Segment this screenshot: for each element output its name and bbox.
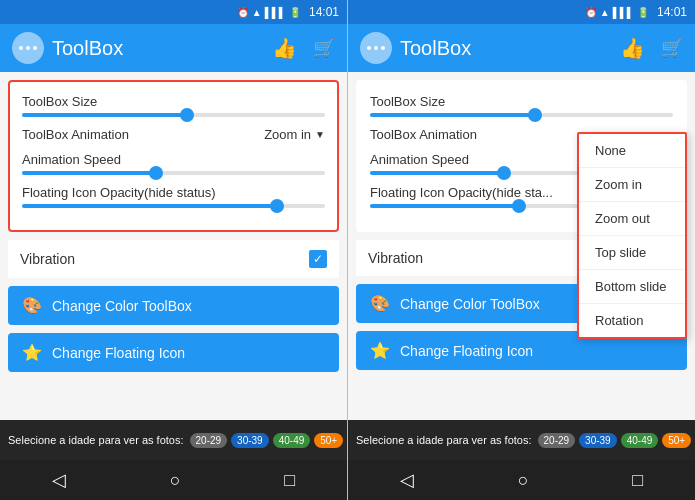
right-status-bar: ⏰ ▲ ▌▌▌ 🔋 14:01	[348, 0, 695, 24]
left-toolbox-size-row: ToolBox Size	[22, 94, 325, 117]
right-age-chips: 20-29 30-39 40-49 50+	[538, 433, 692, 448]
left-age-chip-3039[interactable]: 30-39	[231, 433, 269, 448]
left-opacity-slider[interactable]	[22, 204, 325, 208]
dropdown-item-zoom-in[interactable]: Zoom in	[579, 168, 685, 202]
left-change-color-button[interactable]: 🎨 Change Color ToolBox	[8, 286, 339, 325]
left-change-floating-label: Change Floating Icon	[52, 345, 185, 361]
left-age-chip-2029[interactable]: 20-29	[190, 433, 228, 448]
dropdown-item-none[interactable]: None	[579, 134, 685, 168]
left-menu-button[interactable]	[12, 32, 44, 64]
right-change-floating-label: Change Floating Icon	[400, 343, 533, 359]
left-vibration-row: Vibration	[8, 240, 339, 278]
right-recent-button[interactable]: □	[632, 470, 643, 491]
signal-icon: ▌▌▌	[265, 7, 286, 18]
right-animation-dropdown[interactable]: None Zoom in Zoom out Top slide Bottom s…	[577, 132, 687, 339]
left-status-icons: ⏰ ▲ ▌▌▌ 🔋	[237, 7, 301, 18]
left-toolbox-animation-row: ToolBox Animation Zoom in ▼	[22, 127, 325, 142]
alarm-icon: ⏰	[237, 7, 249, 18]
left-nav-bar: ◁ ○ □	[0, 460, 347, 500]
right-app-bar: ToolBox 👍 🛒	[348, 24, 695, 72]
right-change-color-label: Change Color ToolBox	[400, 296, 540, 312]
left-home-button[interactable]: ○	[170, 470, 181, 491]
right-phone: ⏰ ▲ ▌▌▌ 🔋 14:01 ToolBox 👍 🛒 ToolBox Size	[348, 0, 695, 500]
dropdown-item-bottom-slide[interactable]: Bottom slide	[579, 270, 685, 304]
left-animation-speed-fill	[22, 171, 158, 175]
left-animation-speed-thumb[interactable]	[149, 166, 163, 180]
left-age-chip-50plus[interactable]: 50+	[314, 433, 343, 448]
left-age-chips: 20-29 30-39 40-49 50+	[190, 433, 344, 448]
left-toolbox-size-fill	[22, 113, 189, 117]
left-opacity-thumb[interactable]	[270, 199, 284, 213]
right-change-color-icon: 🎨	[370, 294, 390, 313]
dropdown-item-top-slide[interactable]: Top slide	[579, 236, 685, 270]
right-app-bar-icons: 👍 🛒	[620, 36, 683, 60]
dropdown-item-zoom-out[interactable]: Zoom out	[579, 202, 685, 236]
right-bottom-overlay: Selecione a idade para ver as fotos: 20-…	[348, 420, 695, 460]
right-menu-button[interactable]	[360, 32, 392, 64]
dropdown-item-rotation[interactable]: Rotation	[579, 304, 685, 337]
left-main-content: ToolBox Size ToolBox Animation Zoom in ▼…	[0, 72, 347, 420]
left-settings-card: ToolBox Size ToolBox Animation Zoom in ▼…	[8, 80, 339, 232]
left-toolbox-animation-label: ToolBox Animation	[22, 127, 129, 142]
left-change-color-label: Change Color ToolBox	[52, 298, 192, 314]
left-title-text: ToolBox	[52, 37, 123, 59]
right-toolbox-size-label: ToolBox Size	[370, 94, 673, 109]
left-app-title: ToolBox	[52, 37, 264, 60]
left-app-bar: ToolBox 👍 🛒	[0, 24, 347, 72]
left-opacity-row: Floating Icon Opacity(hide status)	[22, 185, 325, 208]
right-age-chip-3039[interactable]: 30-39	[579, 433, 617, 448]
left-toolbox-size-slider[interactable]	[22, 113, 325, 117]
left-app-bar-icons: 👍 🛒	[272, 36, 335, 60]
left-recent-button[interactable]: □	[284, 470, 295, 491]
right-toolbox-size-row: ToolBox Size	[370, 94, 673, 117]
left-animation-speed-row: Animation Speed	[22, 152, 325, 175]
left-change-color-icon: 🎨	[22, 296, 42, 315]
right-battery-icon: 🔋	[637, 7, 649, 18]
right-age-chip-50plus[interactable]: 50+	[662, 433, 691, 448]
left-opacity-fill	[22, 204, 280, 208]
right-home-button[interactable]: ○	[518, 470, 529, 491]
right-status-icons: ⏰ ▲ ▌▌▌ 🔋	[585, 7, 649, 18]
right-main-content: ToolBox Size ToolBox Animation ▼ Animati…	[348, 72, 695, 420]
left-toolbox-size-thumb[interactable]	[180, 108, 194, 122]
left-age-chip-4049[interactable]: 40-49	[273, 433, 311, 448]
right-age-chip-2029[interactable]: 20-29	[538, 433, 576, 448]
left-phone: ⏰ ▲ ▌▌▌ 🔋 14:01 ToolBox 👍 🛒 ToolBox Size	[0, 0, 347, 500]
left-bottom-overlay: Selecione a idade para ver as fotos: 20-…	[0, 420, 347, 460]
right-time: 14:01	[657, 5, 687, 19]
right-wifi-icon: ▲	[600, 7, 610, 18]
left-thumb-icon[interactable]: 👍	[272, 36, 297, 60]
right-app-title: ToolBox	[400, 37, 612, 60]
left-cart-icon[interactable]: 🛒	[313, 37, 335, 59]
right-change-floating-icon: ⭐	[370, 341, 390, 360]
right-overlay-text: Selecione a idade para ver as fotos:	[356, 434, 532, 446]
right-toolbox-size-thumb[interactable]	[528, 108, 542, 122]
left-vibration-checkbox[interactable]	[309, 250, 327, 268]
right-title-text: ToolBox	[400, 37, 471, 59]
right-back-button[interactable]: ◁	[400, 469, 414, 491]
right-toolbox-animation-label: ToolBox Animation	[370, 127, 477, 142]
right-alarm-icon: ⏰	[585, 7, 597, 18]
left-vibration-label: Vibration	[20, 251, 75, 267]
left-change-floating-icon: ⭐	[22, 343, 42, 362]
right-vibration-label: Vibration	[368, 250, 423, 266]
right-animation-speed-thumb[interactable]	[497, 166, 511, 180]
left-back-button[interactable]: ◁	[52, 469, 66, 491]
right-opacity-thumb[interactable]	[512, 199, 526, 213]
left-toolbox-size-label: ToolBox Size	[22, 94, 325, 109]
left-time: 14:01	[309, 5, 339, 19]
right-age-chip-4049[interactable]: 40-49	[621, 433, 659, 448]
right-toolbox-size-slider[interactable]	[370, 113, 673, 117]
left-animation-dropdown-arrow[interactable]: ▼	[315, 129, 325, 140]
left-opacity-label: Floating Icon Opacity(hide status)	[22, 185, 325, 200]
left-animation-speed-slider[interactable]	[22, 171, 325, 175]
battery-icon: 🔋	[289, 7, 301, 18]
right-thumb-icon[interactable]: 👍	[620, 36, 645, 60]
right-cart-icon[interactable]: 🛒	[661, 37, 683, 59]
right-animation-speed-fill	[370, 171, 506, 175]
left-animation-speed-label: Animation Speed	[22, 152, 325, 167]
left-animation-value-text: Zoom in	[264, 127, 311, 142]
right-signal-icon: ▌▌▌	[613, 7, 634, 18]
left-change-floating-button[interactable]: ⭐ Change Floating Icon	[8, 333, 339, 372]
right-opacity-fill	[370, 204, 522, 208]
